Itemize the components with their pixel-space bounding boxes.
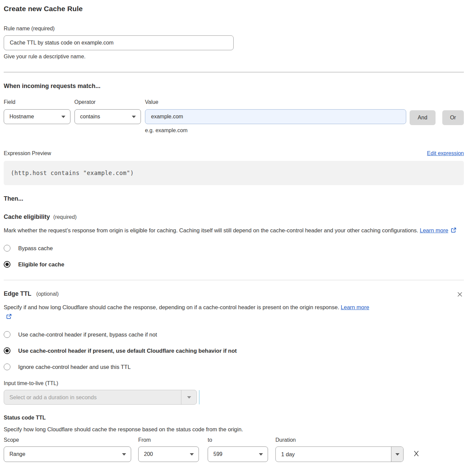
field-label: Field	[4, 99, 70, 105]
value-label: Value	[145, 99, 406, 105]
external-link-icon	[6, 313, 12, 322]
edge-ttl-learn-more-link[interactable]: Learn more	[341, 304, 369, 310]
cache-eligibility-options: Bypass cache Eligible for cache	[4, 245, 464, 268]
chevron-down-icon	[190, 453, 194, 456]
and-button[interactable]: And	[410, 110, 435, 125]
to-select[interactable]: 599	[208, 446, 268, 462]
duration-label: Duration	[275, 437, 404, 443]
ttl-input-label: Input time-to-live (TTL)	[4, 380, 464, 386]
chevron-down-icon	[132, 116, 136, 118]
chevron-down-icon	[122, 453, 126, 456]
match-heading: When incoming requests match...	[4, 83, 464, 90]
from-select[interactable]: 200	[138, 446, 199, 462]
radio-icon	[4, 245, 10, 252]
expression-preview-label: Expression Preview	[4, 150, 51, 156]
then-heading: Then...	[4, 195, 464, 202]
radio-icon	[4, 347, 10, 354]
cache-eligibility-description-text: Mark whether the request’s response from…	[4, 227, 418, 233]
value-input[interactable]	[145, 109, 406, 124]
match-row: Field Hostname Operator contains Value e…	[4, 99, 464, 134]
ttl-select-placeholder: Select or add a duration in seconds	[4, 390, 181, 404]
value-helper: e.g. example.com	[145, 127, 406, 134]
radio-label: Use cache-control header if present, byp…	[18, 331, 157, 338]
field-select-value: Hostname	[9, 114, 34, 120]
or-button[interactable]: Or	[442, 110, 464, 125]
cache-eligibility-description: Mark whether the request’s response from…	[4, 226, 457, 236]
radio-ignore-header[interactable]: Ignore cache-control header and use this…	[4, 364, 131, 370]
rule-name-input[interactable]	[4, 35, 234, 50]
expression-preview-box: (http.host contains "example.com")	[4, 161, 464, 185]
radio-icon	[4, 331, 10, 338]
operator-select-value: contains	[80, 114, 100, 120]
radio-label: Eligible for cache	[18, 261, 64, 268]
chevron-down-icon[interactable]	[391, 447, 403, 462]
status-code-ttl-description: Specify how long Cloudflare should cache…	[4, 426, 464, 433]
external-link-icon	[451, 226, 456, 236]
chevron-down-icon	[61, 116, 65, 118]
delete-icon	[413, 453, 420, 458]
radio-label: Use cache-control header if present, use…	[18, 348, 237, 354]
scope-label: Scope	[4, 437, 131, 443]
to-label: to	[208, 437, 268, 443]
chevron-down-icon	[259, 453, 263, 456]
radio-use-header-default[interactable]: Use cache-control header if present, use…	[4, 347, 237, 354]
edge-ttl-title: Edge TTL	[4, 290, 31, 297]
radio-eligible-for-cache[interactable]: Eligible for cache	[4, 261, 64, 268]
page-title: Create new Cache Rule	[4, 5, 464, 13]
operator-label: Operator	[75, 99, 141, 105]
rule-name-helper: Give your rule a descriptive name.	[4, 54, 464, 60]
scope-select[interactable]: Range	[4, 446, 131, 462]
section-divider	[4, 280, 464, 280]
section-divider	[4, 72, 464, 72]
radio-bypass-cache[interactable]: Bypass cache	[4, 245, 53, 252]
edge-ttl-description: Specify if and how long Cloudflare shoul…	[4, 302, 376, 322]
status-code-ttl-title: Status code TTL	[4, 415, 464, 421]
required-tag: (required)	[53, 214, 77, 220]
scope-select-value: Range	[9, 451, 25, 457]
close-icon	[456, 294, 463, 299]
rule-name-label: Rule name (required)	[4, 26, 464, 32]
chevron-down-icon[interactable]	[181, 390, 197, 404]
edge-ttl-options: Use cache-control header if present, byp…	[4, 331, 464, 370]
radio-label: Bypass cache	[18, 245, 53, 252]
optional-tag: (optional)	[36, 291, 59, 297]
ttl-duration-select[interactable]: Select or add a duration in seconds	[4, 390, 197, 405]
delete-status-row-button[interactable]	[412, 449, 421, 458]
operator-select[interactable]: contains	[75, 109, 141, 124]
create-cache-rule-page: Create new Cache Rule Rule name (require…	[0, 0, 476, 464]
radio-use-header-bypass[interactable]: Use cache-control header if present, byp…	[4, 331, 157, 338]
text-caret	[199, 390, 200, 404]
from-select-value: 200	[144, 451, 153, 457]
status-code-ttl-row: Scope Range From 200 to 599 Duration 1 d…	[4, 437, 464, 462]
duration-select[interactable]: 1 day	[275, 446, 404, 462]
radio-icon	[4, 364, 10, 370]
edge-ttl-close-button[interactable]	[456, 290, 464, 298]
duration-select-value: 1 day	[276, 447, 391, 462]
radio-label: Ignore cache-control header and use this…	[18, 364, 131, 370]
from-label: From	[138, 437, 199, 443]
cache-eligibility-learn-more-link[interactable]: Learn more	[420, 227, 448, 233]
edit-expression-link[interactable]: Edit expression	[427, 150, 464, 156]
edge-ttl-description-text: Specify if and how long Cloudflare shoul…	[4, 304, 339, 310]
to-select-value: 599	[213, 451, 222, 457]
cache-eligibility-title: Cache eligibility	[4, 213, 50, 221]
field-select[interactable]: Hostname	[4, 109, 70, 124]
radio-icon	[4, 261, 10, 268]
